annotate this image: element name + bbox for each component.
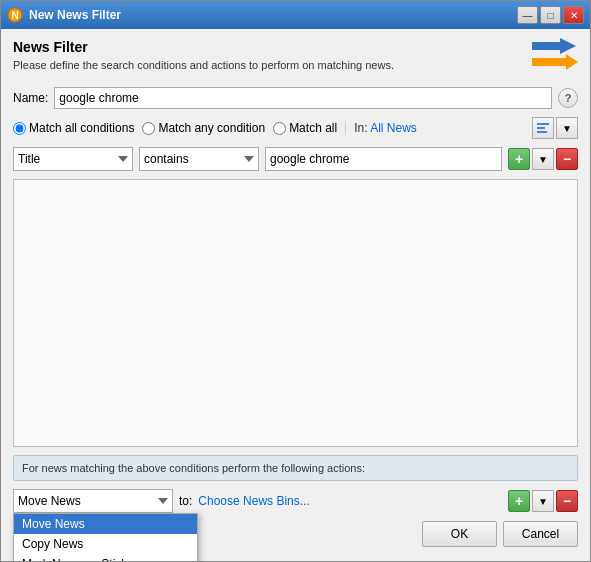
remove-action-button[interactable]: − — [556, 490, 578, 512]
ok-button[interactable]: OK — [422, 521, 497, 547]
filter-dropdown-btn[interactable]: ▼ — [532, 148, 554, 170]
window-controls: — □ ✕ — [517, 6, 584, 24]
scope-controls: ▼ — [532, 117, 578, 139]
actions-row: Move News Move News Copy News Mark News … — [13, 489, 578, 513]
actions-divider: For news matching the above conditions p… — [13, 455, 578, 481]
action-controls: + ▼ − — [508, 490, 578, 512]
add-filter-button[interactable]: + — [508, 148, 530, 170]
dialog-content: News Filter Please define the search con… — [1, 29, 590, 561]
window-icon: N — [7, 7, 23, 23]
scope-icon-btn[interactable] — [532, 117, 554, 139]
name-row: Name: ? — [13, 87, 578, 109]
svg-rect-4 — [537, 123, 549, 125]
name-input[interactable] — [54, 87, 552, 109]
header-text: News Filter Please define the search con… — [13, 39, 520, 71]
minimize-button[interactable]: — — [517, 6, 538, 24]
header-section: News Filter Please define the search con… — [13, 39, 578, 79]
match-all-conditions-radio[interactable]: Match all conditions — [13, 121, 134, 135]
choose-bins-link[interactable]: Choose News Bins... — [198, 494, 309, 508]
help-button[interactable]: ? — [558, 88, 578, 108]
cancel-button[interactable]: Cancel — [503, 521, 578, 547]
action-select-wrapper: Move News Move News Copy News Mark News … — [13, 489, 173, 513]
add-action-button[interactable]: + — [508, 490, 530, 512]
svg-marker-2 — [532, 38, 576, 54]
name-label: Name: — [13, 91, 48, 105]
svg-rect-5 — [537, 127, 545, 129]
window-title: New News Filter — [29, 8, 517, 22]
actions-area: Move News Move News Copy News Mark News … — [13, 489, 578, 513]
filter-controls: + ▼ − — [508, 148, 578, 170]
action-dropdown-btn[interactable]: ▼ — [532, 490, 554, 512]
action-select[interactable]: Move News — [13, 489, 173, 513]
svg-text:N: N — [11, 10, 18, 21]
title-bar: N New News Filter — □ ✕ — [1, 1, 590, 29]
close-button[interactable]: ✕ — [563, 6, 584, 24]
conditions-row: Match all conditions Match any condition… — [13, 117, 578, 139]
match-any-condition-radio[interactable]: Match any condition — [142, 121, 265, 135]
remove-filter-button[interactable]: − — [556, 148, 578, 170]
maximize-button[interactable]: □ — [540, 6, 561, 24]
dropdown-item-copy-news[interactable]: Copy News — [14, 534, 197, 554]
filter-row: Title contains + ▼ − — [13, 147, 578, 171]
all-news-link[interactable]: All News — [370, 121, 417, 135]
to-label: to: — [179, 494, 192, 508]
filter-value-input[interactable] — [265, 147, 502, 171]
match-all-radio[interactable]: Match all — [273, 121, 337, 135]
svg-rect-6 — [537, 131, 547, 133]
filter-icon — [530, 39, 578, 79]
conditions-box — [13, 179, 578, 447]
dropdown-item-mark-sticky[interactable]: Mark News as Sticky — [14, 554, 197, 561]
field-select[interactable]: Title — [13, 147, 133, 171]
scope-dropdown-btn[interactable]: ▼ — [556, 117, 578, 139]
header-title: News Filter — [13, 39, 520, 55]
in-label: In: All News — [345, 121, 417, 135]
main-window: N New News Filter — □ ✕ News Filter Plea… — [0, 0, 591, 562]
dropdown-item-move-news[interactable]: Move News — [14, 514, 197, 534]
header-description: Please define the search conditions and … — [13, 59, 520, 71]
condition-select[interactable]: contains — [139, 147, 259, 171]
svg-marker-3 — [532, 54, 578, 70]
action-dropdown: Move News Copy News Mark News as Sticky … — [13, 513, 198, 561]
